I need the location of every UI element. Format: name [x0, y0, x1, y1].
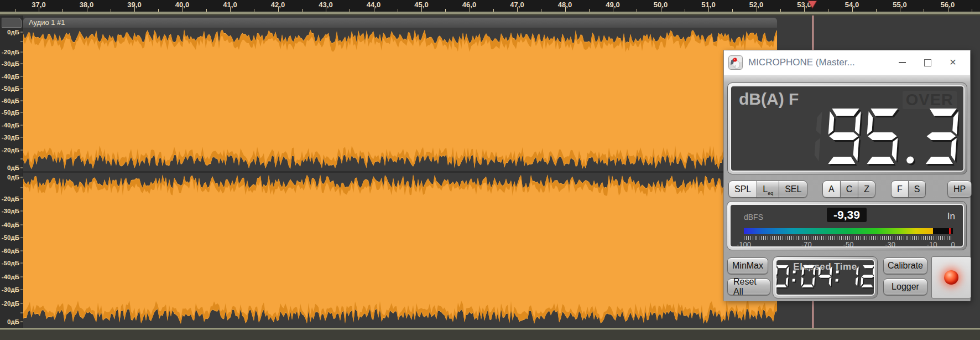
weighting-a-button[interactable]: A: [822, 181, 841, 198]
waveform-graphic: [23, 28, 777, 171]
db-scale-tick: [20, 198, 23, 199]
close-button[interactable]: ✕: [940, 53, 966, 72]
minimize-button[interactable]: [889, 53, 915, 72]
over-indicator: OVER: [903, 91, 957, 109]
maximize-button[interactable]: [915, 53, 940, 72]
db-scale-tick: [20, 63, 23, 64]
dbfs-level-panel: dBFS -9,39 In -100-70-50-30-100: [727, 201, 967, 250]
timeline-tick-major: [900, 7, 900, 12]
timeline-tick-major: [948, 7, 948, 12]
db-scale-tick: [20, 32, 23, 32]
logger-button[interactable]: Logger: [883, 279, 927, 295]
db-scale-label: 0дБ: [7, 29, 19, 35]
mode-readout-label: dB(A) F: [739, 90, 799, 109]
timeline-tick-major: [565, 7, 566, 12]
db-scale-label: -50дБ: [2, 234, 19, 241]
waveform-graphic: [23, 173, 777, 326]
audio-editor-screen: 37,038,039,040,041,042,043,044,045,046,0…: [0, 0, 980, 340]
timeline-tick-major: [804, 7, 805, 12]
db-scale-label: -50дБ: [2, 109, 19, 116]
maximize-icon: [924, 59, 931, 66]
spl-button[interactable]: SPL: [728, 181, 757, 198]
timeline-tick-major: [421, 7, 422, 12]
level-scale-label: -30: [885, 240, 895, 248]
audio-clip[interactable]: Аудио 1 #1: [23, 18, 777, 326]
sound-meter-window: MICROPHONE (Master... ✕ dB(A) F OVER SPL…: [723, 50, 971, 301]
highpass-button[interactable]: HP: [947, 181, 972, 198]
leq-button[interactable]: Leq: [757, 181, 779, 198]
slow-button[interactable]: S: [908, 181, 926, 198]
meter-body: dB(A) F OVER SPL Leq SEL A C Z F S HP: [724, 75, 970, 301]
db-vertical-ruler-left[interactable]: 0дБ-20дБ-30дБ-40дБ-50дБ-60дБ-50дБ-40дБ-3…: [0, 28, 23, 171]
level-scale-label: -70: [801, 240, 812, 248]
timeline-tick-major: [517, 7, 518, 12]
measurement-mode-group: SPL Leq SEL: [728, 181, 807, 198]
waveform-channel-right[interactable]: [23, 173, 777, 326]
db-scale-label: -50дБ: [2, 260, 19, 266]
db-scale-label: 0дБ: [7, 164, 19, 171]
record-button[interactable]: [931, 256, 971, 298]
timeline-tick-major: [134, 7, 135, 12]
close-icon: ✕: [949, 58, 956, 67]
clip-header[interactable]: Аудио 1 #1: [23, 18, 777, 28]
timeline-ruler[interactable]: 37,038,039,040,041,042,043,044,045,046,0…: [0, 0, 980, 12]
timeline-tick-major: [757, 7, 757, 12]
minmax-button[interactable]: MinMax: [727, 257, 768, 274]
timeline-tick-major: [230, 7, 231, 12]
timeline-tick-major: [39, 7, 39, 12]
fast-button[interactable]: F: [891, 181, 909, 198]
meter-titlebar[interactable]: MICROPHONE (Master... ✕: [724, 50, 970, 75]
level-tick-strip: [744, 236, 953, 240]
meter-window-title: MICROPHONE (Master...: [748, 57, 889, 68]
db-scale-tick: [20, 303, 23, 303]
ruler-separator: [0, 12, 980, 16]
db-scale-label: -60дБ: [2, 97, 19, 104]
db-scale-label: -30дБ: [2, 60, 19, 67]
waveform-channel-left[interactable]: [23, 28, 777, 171]
spl-value-digits: [785, 107, 959, 168]
level-bar: [744, 228, 953, 234]
record-led-icon: [944, 270, 958, 285]
elapsed-time-panel: Elapsed Time: [773, 256, 878, 298]
db-scale-label: -50дБ: [2, 85, 19, 92]
db-scale-label: -30дБ: [2, 134, 19, 141]
level-peak-marker: [949, 228, 951, 234]
level-scale-label: -100: [737, 240, 751, 248]
track-control-panel: 0дБ-20дБ-30дБ-40дБ-50дБ-60дБ-50дБ-40дБ-3…: [0, 16, 23, 328]
timeline-tick-major: [326, 7, 326, 12]
db-scale-tick: [20, 262, 23, 263]
track-panel-stub[interactable]: [2, 18, 22, 28]
db-scale-label: -20дБ: [2, 49, 19, 55]
timeline-tick-major: [708, 7, 709, 12]
timeline-tick-major: [613, 7, 613, 12]
playhead-marker-inner: [809, 1, 816, 8]
main-lcd-display: dB(A) F OVER: [727, 83, 967, 174]
leq-label: L: [763, 184, 768, 194]
weighting-z-button[interactable]: Z: [858, 181, 875, 198]
db-scale-tick: [20, 276, 23, 277]
db-scale-label: 0дБ: [7, 174, 19, 181]
db-scale-label: -20дБ: [2, 195, 19, 202]
leq-subscript: eq: [768, 189, 773, 197]
db-scale-tick: [20, 167, 23, 168]
dbfs-value: -9,39: [827, 208, 867, 222]
calibrate-button[interactable]: Calibrate: [883, 257, 927, 274]
db-scale-label: -20дБ: [2, 147, 19, 153]
level-scale-labels: -100-70-50-30-100: [744, 240, 953, 248]
level-scale-label: -10: [927, 240, 937, 248]
db-scale-tick: [20, 125, 23, 126]
db-scale-label: -30дБ: [2, 286, 19, 293]
weighting-c-button[interactable]: C: [840, 181, 859, 198]
response-speed-group: F S: [891, 181, 926, 198]
dbfs-label: dBFS: [744, 213, 763, 221]
db-vertical-ruler-right[interactable]: 0дБ-20дБ-30дБ-40дБ-50дБ-60дБ-50дБ-40дБ-3…: [0, 173, 23, 326]
sel-button[interactable]: SEL: [779, 181, 807, 198]
reset-all-button[interactable]: Reset All: [727, 279, 770, 295]
db-scale-tick: [20, 41, 23, 42]
db-scale-tick: [20, 150, 23, 151]
timeline-tick-major: [183, 7, 183, 12]
db-scale-tick: [20, 76, 23, 77]
db-scale-tick: [20, 322, 23, 322]
db-scale-label: -40дБ: [2, 73, 19, 80]
db-scale-tick: [20, 224, 23, 225]
